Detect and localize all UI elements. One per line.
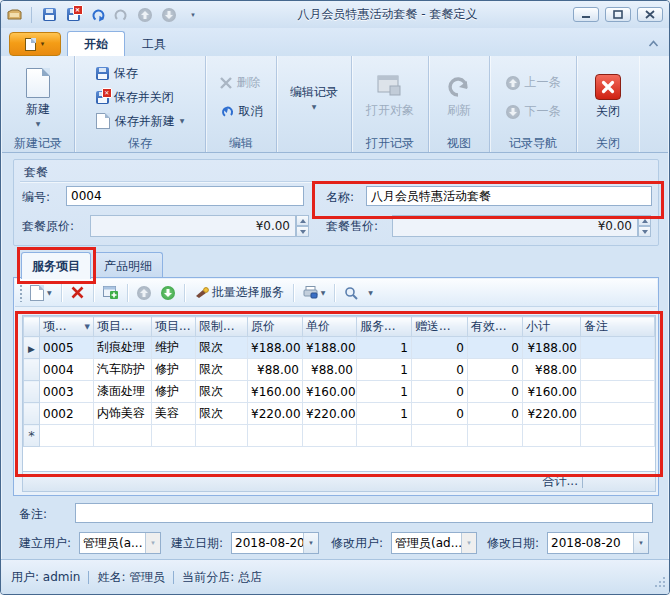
cell[interactable]: 1 xyxy=(357,381,412,403)
cell[interactable]: 0003 xyxy=(40,381,94,403)
cell[interactable]: 维护 xyxy=(152,337,196,359)
cell[interactable] xyxy=(468,425,523,447)
save-button-quick[interactable] xyxy=(40,6,58,24)
close-window-button[interactable] xyxy=(637,7,663,22)
cell[interactable]: 0 xyxy=(412,381,468,403)
add-row-button[interactable]: ▼ xyxy=(27,283,55,303)
combo-dropdown-button[interactable]: ▼ xyxy=(633,533,648,553)
number-input[interactable] xyxy=(66,186,304,206)
tab-product-details[interactable]: 产品明细 xyxy=(93,252,163,279)
cell[interactable]: ¥160.00 xyxy=(303,381,357,403)
cell[interactable] xyxy=(581,425,655,447)
header-service-count[interactable]: 服务... xyxy=(357,317,412,337)
cell[interactable] xyxy=(412,425,468,447)
cell[interactable] xyxy=(303,425,357,447)
close-record-button[interactable]: 关闭 xyxy=(587,72,629,122)
cell[interactable]: 内饰美容 xyxy=(94,403,152,425)
header-unit-price[interactable]: 单价 xyxy=(303,317,357,337)
spin-down-button[interactable] xyxy=(638,226,651,237)
minimize-button[interactable] xyxy=(573,7,599,22)
cell[interactable]: 0 xyxy=(468,381,523,403)
cell[interactable]: 0005 xyxy=(40,337,94,359)
header-validity[interactable]: 有效... xyxy=(468,317,523,337)
total-label[interactable]: 合计... xyxy=(543,473,578,490)
cell[interactable] xyxy=(581,381,655,403)
cell[interactable]: ¥188.00 xyxy=(248,337,303,359)
cell[interactable]: 限次 xyxy=(196,359,248,381)
cell[interactable]: 1 xyxy=(357,359,412,381)
new-row[interactable]: * xyxy=(24,425,655,447)
cell[interactable]: 漆面处理 xyxy=(94,381,152,403)
cell[interactable]: ¥160.00 xyxy=(523,381,581,403)
cell[interactable] xyxy=(581,403,655,425)
resize-grip[interactable] xyxy=(655,576,666,590)
cell[interactable]: 0 xyxy=(468,403,523,425)
cell[interactable]: 0 xyxy=(468,359,523,381)
cell[interactable]: 0004 xyxy=(40,359,94,381)
cell[interactable]: 0 xyxy=(412,359,468,381)
header-remarks[interactable]: 备注 xyxy=(581,317,655,337)
table-row[interactable]: 0003 漆面处理 修护 限次 ¥160.00 ¥160.00 1 0 0 ¥1… xyxy=(24,381,655,403)
cell[interactable]: ¥88.00 xyxy=(523,359,581,381)
cell[interactable] xyxy=(357,425,412,447)
save-button[interactable]: 保存 xyxy=(91,63,190,84)
application-menu-button[interactable]: ▼ xyxy=(9,32,61,56)
cell[interactable] xyxy=(152,425,196,447)
cell[interactable]: 美容 xyxy=(152,403,196,425)
cell[interactable]: ¥220.00 xyxy=(523,403,581,425)
cell[interactable]: ¥88.00 xyxy=(248,359,303,381)
header-item-code[interactable]: 项...▼ xyxy=(40,317,94,337)
cell[interactable]: 0 xyxy=(412,337,468,359)
cell[interactable]: ¥220.00 xyxy=(248,403,303,425)
cell[interactable]: 限次 xyxy=(196,403,248,425)
cell[interactable]: 1 xyxy=(357,403,412,425)
header-subtotal[interactable]: 小计 xyxy=(523,317,581,337)
remarks-input[interactable] xyxy=(75,503,653,523)
maximize-button[interactable] xyxy=(605,7,631,22)
table-settings-button[interactable] xyxy=(100,284,121,301)
save-and-new-button[interactable]: 保存并新建 ▼ xyxy=(91,111,190,132)
cell[interactable] xyxy=(581,337,655,359)
undo-button[interactable] xyxy=(88,6,106,24)
preview-button[interactable] xyxy=(341,284,361,302)
qat-customize-button[interactable]: ▼ xyxy=(184,6,202,24)
cell[interactable]: ¥88.00 xyxy=(303,359,357,381)
cell[interactable] xyxy=(248,425,303,447)
cell[interactable] xyxy=(523,425,581,447)
spin-up-button[interactable] xyxy=(296,215,309,226)
cell[interactable]: 0002 xyxy=(40,403,94,425)
move-down-button[interactable] xyxy=(158,284,178,302)
save-and-close-button[interactable]: ✕ 保存并关闭 xyxy=(91,87,190,108)
header-item-name[interactable]: 项目... xyxy=(94,317,152,337)
cell[interactable]: 修护 xyxy=(152,381,196,403)
header-item-category[interactable]: 项目... xyxy=(152,317,196,337)
cell[interactable] xyxy=(94,425,152,447)
cell[interactable]: ¥188.00 xyxy=(303,337,357,359)
print-button[interactable]: ▼ xyxy=(300,284,329,301)
ribbon-collapse-button[interactable] xyxy=(648,35,659,50)
save-close-button-quick[interactable]: ✕ xyxy=(64,6,82,24)
tab-start[interactable]: 开始 xyxy=(67,31,125,56)
cell[interactable] xyxy=(581,359,655,381)
new-button[interactable]: 新建 ▼ xyxy=(18,66,58,129)
tab-service-items[interactable]: 服务项目 xyxy=(21,252,91,279)
table-row[interactable]: 0002 内饰美容 美容 限次 ¥220.00 ¥220.00 1 0 0 ¥2… xyxy=(24,403,655,425)
spin-down-button[interactable] xyxy=(296,226,309,237)
combo-dropdown-button[interactable]: ▼ xyxy=(303,533,318,553)
edit-record-button[interactable]: 编辑记录 ▼ xyxy=(282,82,346,112)
cell[interactable]: ¥220.00 xyxy=(303,403,357,425)
cell[interactable]: 汽车防护 xyxy=(94,359,152,381)
cell[interactable]: 限次 xyxy=(196,337,248,359)
cell[interactable]: 1 xyxy=(357,337,412,359)
cell[interactable]: 刮痕处理 xyxy=(94,337,152,359)
header-original-price[interactable]: 原价 xyxy=(248,317,303,337)
cell[interactable] xyxy=(40,425,94,447)
app-system-icon[interactable] xyxy=(5,6,23,24)
cell[interactable] xyxy=(196,425,248,447)
spin-up-button[interactable] xyxy=(638,215,651,226)
header-limit-type[interactable]: 限制... xyxy=(196,317,248,337)
delete-row-button[interactable] xyxy=(68,284,87,301)
cell[interactable]: 0 xyxy=(412,403,468,425)
cell[interactable]: 0 xyxy=(468,337,523,359)
cell[interactable]: 限次 xyxy=(196,381,248,403)
